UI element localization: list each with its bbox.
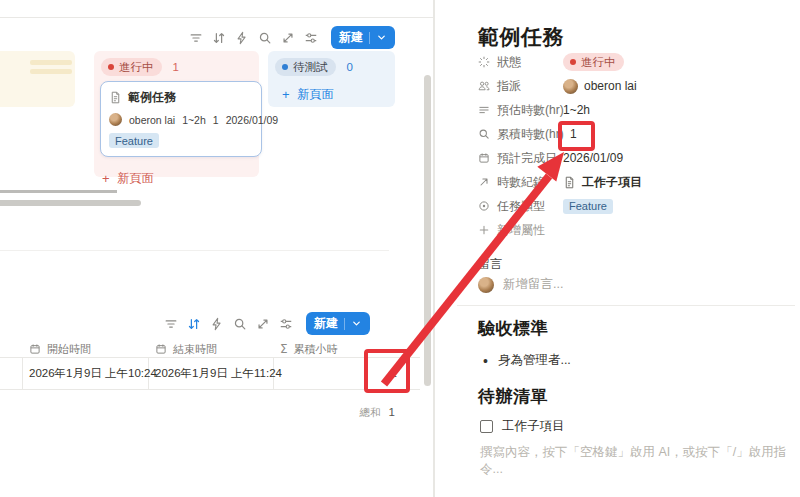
button-separator [344,318,345,330]
calendar-icon [155,343,167,355]
card-hours: 1 [213,114,219,126]
sort-icon[interactable] [212,31,226,45]
column-count: 0 [347,61,353,73]
filter-icon[interactable] [189,31,203,45]
table-cell-end[interactable]: 2026年1月9日 上午11:24 [155,364,282,382]
task-type-tag[interactable]: Feature [563,199,613,214]
card-due-date: 2026/01/09 [226,114,279,126]
property-row-due-date[interactable]: 預計完成日 2026/01/09 [478,146,793,170]
expand-icon[interactable] [256,317,270,331]
due-date-value: 2026/01/09 [563,151,793,165]
table-header-end[interactable]: 結束時間 [155,341,217,357]
property-row-estimate[interactable]: 預估時數(hr) 1~2h [478,98,793,122]
property-label: 指派 [497,78,521,95]
calendar-icon [29,343,41,355]
table-header-hours[interactable]: Σ 累積小時 [280,341,338,357]
add-property-label: 新增屬性 [497,222,545,239]
property-label: 任務類型 [497,198,545,215]
page-icon [109,91,122,104]
relation-page[interactable]: 工作子項目 [563,174,642,191]
search-icon [478,128,490,140]
new-page-label: 新頁面 [298,86,334,103]
avatar [563,79,578,94]
table-border [0,389,420,390]
property-list: 狀態 進行中 指派 oberon lai 預估時數(hr) 1~2h 累積時數(… [478,50,793,242]
table-toolbar: 新建 [164,312,370,335]
estimate-value: 1~2h [563,103,793,117]
new-page-label: 新頁面 [118,170,154,187]
column-header[interactable]: 進行中 1 [101,58,253,76]
sliders-icon[interactable] [304,31,318,45]
column-header-label: 結束時間 [173,342,217,357]
table-border [0,357,420,358]
property-label: 預計完成日 [497,150,557,167]
new-button-label: 新建 [339,29,363,46]
accumulated-value: 1 [563,127,793,141]
card-title[interactable]: 範例任務 [128,89,176,106]
kanban-column-partial [0,51,75,107]
property-row-status[interactable]: 狀態 進行中 [478,50,793,74]
card-assignee: oberon lai [129,114,175,126]
bolt-icon[interactable] [235,31,249,45]
cutoff-content-bar [0,200,141,206]
plus-icon: + [282,87,290,102]
new-button-label: 新建 [314,315,338,332]
table-sum[interactable]: 總和 1 [340,406,395,420]
status-dot [108,64,114,70]
sum-label: 總和 [360,406,381,420]
property-row-time-records[interactable]: 時數紀錄 工作子項目 [478,170,793,194]
property-row-accumulated[interactable]: 累積時數(hr) 1 [478,122,793,146]
property-label: 時數紀錄 [497,174,545,191]
new-button[interactable]: 新建 [331,26,395,49]
button-separator [369,32,370,44]
chevron-down-icon[interactable] [351,318,362,329]
status-pill[interactable]: 進行中 [101,58,162,76]
status-pill[interactable]: 待測試 [275,58,336,76]
new-button[interactable]: 新建 [306,312,370,335]
checkbox-icon[interactable] [480,420,493,433]
table-cell-hours[interactable]: 1 [273,364,397,382]
column-count: 1 [173,61,179,73]
new-page-button-red[interactable]: + 新頁面 [102,170,253,187]
page-title[interactable]: 範例任務 [478,23,564,51]
cutoff-content-bar [0,190,117,193]
plus-icon [478,224,490,236]
top-divider [0,17,433,18]
sigma-icon: Σ [280,342,288,356]
arrow-ne-icon [478,176,490,188]
new-page-button-blue[interactable]: + 新頁面 [282,86,389,103]
placeholder-bar [30,60,72,65]
bullet-item[interactable]: • 身為管理者... [483,352,571,369]
search-icon[interactable] [233,317,247,331]
search-icon[interactable] [258,31,272,45]
card-tag: Feature [109,133,159,148]
property-row-task-type[interactable]: 任務類型 Feature [478,194,793,218]
comment-input[interactable]: 新增留言... [478,276,563,293]
sliders-icon[interactable] [279,317,293,331]
property-label: 狀態 [497,54,521,71]
table-cell-start[interactable]: 2026年1月9日 上午10:24 [29,364,157,382]
property-row-assignee[interactable]: 指派 oberon lai [478,74,793,98]
todo-heading[interactable]: 待辦清單 [478,385,548,408]
comments-label: 留言 [478,256,502,273]
property-label: 預估時數(hr) [497,102,564,119]
status-value-pill[interactable]: 進行中 [563,53,624,71]
filter-icon[interactable] [164,317,178,331]
table-header-start[interactable]: 開始時間 [29,341,91,357]
expand-icon[interactable] [281,31,295,45]
chevron-down-icon[interactable] [376,32,387,43]
column-header-label: 累積小時 [294,342,338,357]
board-toolbar: 新建 [189,26,395,49]
sort-icon[interactable] [187,317,201,331]
add-property-button[interactable]: 新增屬性 [478,218,793,242]
column-name: 待測試 [293,60,328,75]
acceptance-heading[interactable]: 驗收標準 [478,317,548,340]
board-panel: 新建 進行中 1 範例任務 oberon lai 1~2h [0,0,433,497]
column-header[interactable]: 待測試 0 [275,58,389,76]
todo-item[interactable]: 工作子項目 [480,418,565,435]
bolt-icon[interactable] [210,317,224,331]
task-card[interactable]: 範例任務 oberon lai 1~2h 1 2026/01/09 Featur… [100,81,262,157]
relation-value: 工作子項目 [582,174,642,191]
plus-icon: + [102,171,110,186]
vertical-scrollbar[interactable] [424,75,431,386]
